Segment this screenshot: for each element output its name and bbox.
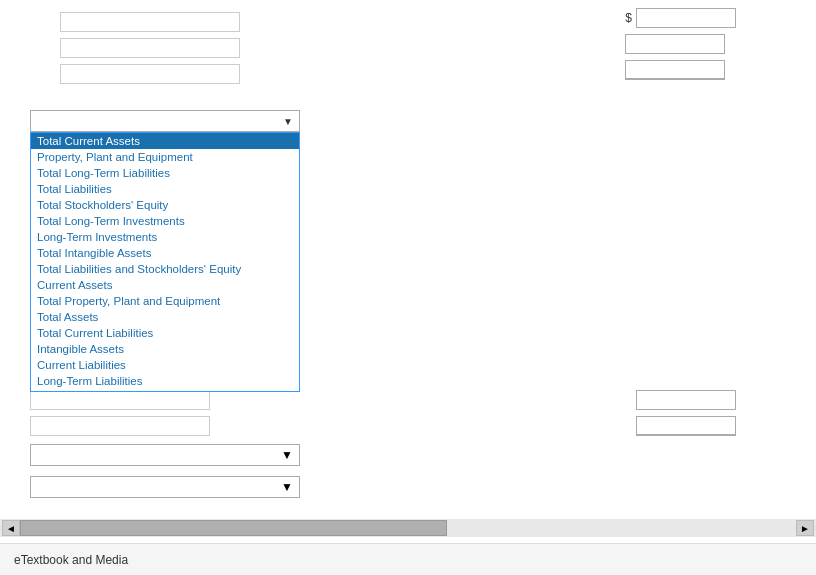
scroll-left-icon: ◄	[6, 523, 16, 534]
dropdown-item-stockholders-equity[interactable]: Stockholders' Equity	[31, 389, 299, 392]
dropdown-item-current-assets[interactable]: Current Assets	[31, 277, 299, 293]
bottom-dropdown-2-arrow-icon: ▼	[281, 480, 293, 494]
dropdown-item-total-current-assets[interactable]: Total Current Assets	[31, 133, 299, 149]
dropdown-item-total-intangible-assets[interactable]: Total Intangible Assets	[31, 245, 299, 261]
left-input-3[interactable]	[60, 64, 240, 84]
middle-left-inputs	[30, 390, 210, 436]
dropdown-item-long-term-liabilities[interactable]: Long-Term Liabilities	[31, 373, 299, 389]
dropdown-item-intangible-assets[interactable]: Intangible Assets	[31, 341, 299, 357]
bottom-dropdown-1[interactable]: ▼	[30, 444, 300, 466]
dropdown-item-long-term-investments[interactable]: Long-Term Investments	[31, 229, 299, 245]
scroll-right-icon: ►	[800, 523, 810, 534]
dropdown-item-total-assets[interactable]: Total Assets	[31, 309, 299, 325]
dropdown-item-total-long-term-investments[interactable]: Total Long-Term Investments	[31, 213, 299, 229]
dropdown-item-total-liabilities[interactable]: Total Liabilities	[31, 181, 299, 197]
mid-right-input-1[interactable]	[636, 390, 736, 410]
mid-right-input-2[interactable]	[636, 416, 736, 436]
scroll-left-button[interactable]: ◄	[2, 520, 20, 536]
scroll-right-button[interactable]: ►	[796, 520, 814, 536]
horizontal-scrollbar: ◄ ►	[0, 519, 816, 537]
dropdown-section: ▼ Total Current Assets Property, Plant a…	[30, 110, 300, 132]
dollar-row: $	[625, 8, 736, 28]
right-input-2[interactable]	[625, 34, 725, 54]
dropdown-item-current-liabilities[interactable]: Current Liabilities	[31, 357, 299, 373]
scroll-track[interactable]	[20, 520, 796, 536]
right-input-1[interactable]	[636, 8, 736, 28]
dropdown-item-property-plant[interactable]: Property, Plant and Equipment	[31, 149, 299, 165]
bottom-dropdowns: ▼ ▼	[30, 440, 300, 498]
dollar-sign: $	[625, 11, 632, 25]
dropdown-item-total-current-liabilities[interactable]: Total Current Liabilities	[31, 325, 299, 341]
dropdown-item-total-property-plant[interactable]: Total Property, Plant and Equipment	[31, 293, 299, 309]
right-inputs-top: $	[625, 8, 736, 80]
bottom-dropdown-1-arrow-icon: ▼	[281, 448, 293, 462]
scroll-thumb[interactable]	[20, 520, 447, 536]
bottom-dropdown-2[interactable]: ▼	[30, 476, 300, 498]
dropdown-item-total-liabilities-stockholders[interactable]: Total Liabilities and Stockholders' Equi…	[31, 261, 299, 277]
dropdown-item-total-long-term-liabilities[interactable]: Total Long-Term Liabilities	[31, 165, 299, 181]
dropdown-trigger[interactable]: ▼	[30, 110, 300, 132]
dropdown-arrow-icon: ▼	[283, 116, 293, 127]
mid-left-input-2[interactable]	[30, 416, 210, 436]
dropdown-list: Total Current Assets Property, Plant and…	[30, 132, 300, 392]
mid-left-input-1[interactable]	[30, 390, 210, 410]
middle-right-inputs	[636, 390, 736, 436]
dropdown-item-total-stockholders-equity[interactable]: Total Stockholders' Equity	[31, 197, 299, 213]
main-container: $ ▼ Total Current Assets Property, Plant…	[0, 0, 816, 575]
footer-bar: eTextbook and Media	[0, 543, 816, 575]
left-input-1[interactable]	[60, 12, 240, 32]
right-input-3[interactable]	[625, 60, 725, 80]
footer-text: eTextbook and Media	[14, 553, 128, 567]
left-input-2[interactable]	[60, 38, 240, 58]
